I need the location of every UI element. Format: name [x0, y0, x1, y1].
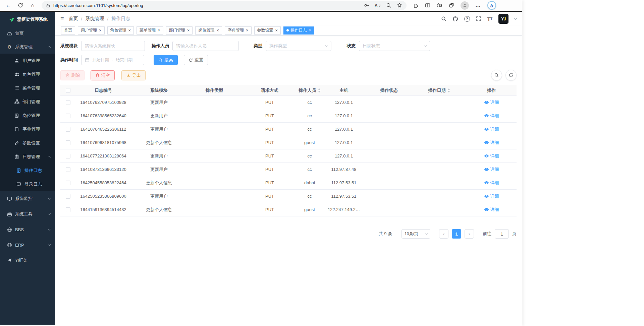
close-icon[interactable]: × [128, 28, 131, 32]
module-input[interactable] [81, 41, 145, 51]
operator-input[interactable] [172, 41, 239, 51]
breadcrumb-system[interactable]: 系统管理 [85, 16, 104, 22]
avatar-caret-icon[interactable] [515, 18, 517, 20]
detail-link[interactable]: 详细 [484, 207, 499, 213]
sidebar-item-monitor[interactable]: 系统监控 [0, 191, 55, 206]
page-size-select[interactable]: 10条/页 [401, 229, 430, 239]
sidebar-item-user[interactable]: 用户管理 [0, 54, 55, 67]
tab[interactable]: 首页 [61, 26, 75, 35]
detail-link[interactable]: 详细 [484, 180, 499, 186]
user-avatar[interactable]: YJ [498, 14, 508, 24]
date-range-picker[interactable]: 开始日期 - 结束日期 [81, 55, 144, 65]
type-select[interactable]: 操作类型 [266, 41, 331, 51]
sidebar-item-post[interactable]: 岗位管理 [0, 109, 55, 122]
clear-button[interactable]: 清空 [91, 70, 115, 80]
close-icon[interactable]: × [216, 28, 219, 32]
search-icon[interactable] [441, 16, 446, 21]
status-select[interactable]: 日志状态 [359, 41, 430, 51]
extensions-icon[interactable] [413, 3, 419, 8]
home-button[interactable]: ⌂ [28, 0, 38, 10]
help-icon[interactable]: ? [464, 16, 470, 22]
fullscreen-icon[interactable] [476, 16, 481, 21]
close-icon[interactable]: × [246, 28, 249, 32]
tab[interactable]: 岗位管理 × [195, 26, 222, 35]
next-page-button[interactable]: › [465, 229, 474, 239]
detail-link[interactable]: 详细 [484, 167, 499, 173]
sidebar-item-bbs[interactable]: BBS [0, 222, 55, 237]
close-icon[interactable]: × [158, 28, 160, 32]
row-checkbox[interactable] [66, 167, 70, 172]
sort-icons[interactable] [318, 88, 321, 92]
refresh-table-icon[interactable] [505, 70, 517, 81]
detail-link[interactable]: 详细 [484, 126, 499, 132]
detail-link[interactable]: 详细 [484, 100, 499, 106]
collections-icon[interactable] [449, 3, 454, 8]
tab[interactable]: 参数设置 × [254, 26, 281, 35]
select-all-checkbox[interactable] [66, 88, 70, 93]
sidebar-item-role[interactable]: 角色管理 [0, 67, 55, 81]
tab[interactable]: 部门管理 × [166, 26, 193, 35]
search-button[interactable]: 搜索 [154, 55, 178, 65]
sidebar-item-dict[interactable]: 字典管理 [0, 122, 55, 136]
breadcrumb-home[interactable]: 首页 [69, 16, 78, 22]
close-icon[interactable]: × [309, 28, 311, 32]
sidebar-item-tools[interactable]: 系统工具 [0, 206, 55, 222]
detail-link[interactable]: 详细 [484, 153, 499, 159]
read-aloud-icon[interactable]: A [375, 3, 381, 8]
tab[interactable]: 角色管理 × [107, 26, 134, 35]
row-checkbox[interactable] [66, 140, 70, 145]
sidebar-item-home[interactable]: 首页 [0, 27, 55, 40]
sidebar-item-param[interactable]: 参数设置 [0, 136, 55, 150]
reload-button[interactable] [15, 0, 25, 10]
close-icon[interactable]: × [275, 28, 278, 32]
close-icon[interactable]: × [187, 28, 190, 32]
font-size-icon[interactable]: TT [487, 16, 492, 22]
url-text[interactable]: https://ccnetcore.com:1101/system/log/op… [53, 3, 364, 8]
sidebar-fold-icon[interactable]: ≡ [60, 15, 64, 22]
detail-link[interactable]: 详细 [484, 193, 499, 199]
breadcrumb: 首页 / 系统管理 / 操作日志 [69, 16, 130, 22]
reset-button[interactable]: 重置 [184, 55, 208, 65]
favorites-icon[interactable] [437, 3, 442, 8]
tab[interactable]: 操作日志 × [283, 26, 314, 35]
sidebar-item-erp[interactable]: ERP [0, 237, 55, 253]
delete-button[interactable]: 删除 [60, 70, 85, 80]
profile-avatar[interactable] [461, 1, 469, 10]
address-bar[interactable]: https://ccnetcore.com:1101/system/log/op… [42, 1, 407, 10]
detail-link[interactable]: 详细 [484, 140, 499, 146]
tab[interactable]: 字典管理 × [225, 26, 252, 35]
back-button[interactable]: ← [3, 0, 13, 10]
sidebar-item-yi[interactable]: Yi框架 [0, 253, 55, 268]
row-checkbox[interactable] [66, 181, 70, 185]
settings-more-icon[interactable]: … [475, 2, 481, 8]
zoom-out-icon[interactable] [386, 3, 391, 8]
row-checkbox[interactable] [66, 114, 70, 118]
goto-page-input[interactable] [495, 229, 509, 239]
bing-copilot-icon[interactable]: b [487, 1, 496, 10]
row-checkbox[interactable] [66, 194, 70, 199]
tab[interactable]: 用户管理 × [78, 26, 105, 35]
row-checkbox[interactable] [66, 207, 70, 212]
prev-page-button[interactable]: ‹ [439, 229, 448, 239]
tab[interactable]: 菜单管理 × [137, 26, 163, 35]
row-checkbox[interactable] [66, 127, 70, 132]
github-icon[interactable] [452, 16, 458, 22]
detail-link[interactable]: 详细 [484, 113, 499, 119]
cell-operator: cc [298, 167, 321, 172]
sidebar-item-dept[interactable]: 部门管理 [0, 95, 55, 109]
row-checkbox[interactable] [66, 154, 70, 158]
favorite-star-icon[interactable] [397, 3, 402, 8]
password-key-icon[interactable] [364, 3, 369, 8]
current-page[interactable]: 1 [452, 229, 461, 239]
sidebar-item-operlog[interactable]: 操作日志 [0, 164, 55, 177]
row-checkbox[interactable] [66, 100, 70, 105]
close-icon[interactable]: × [99, 28, 102, 32]
export-button[interactable]: 导出 [121, 70, 146, 80]
sidebar-item-logmgr[interactable]: 日志管理 [0, 150, 55, 164]
sidebar-item-menu[interactable]: 菜单管理 [0, 81, 55, 95]
sidebar-item-system[interactable]: ⚙ 系统管理 [0, 40, 55, 54]
sidebar-item-loginlog[interactable]: 登录日志 [0, 177, 55, 191]
toggle-search-icon[interactable] [491, 70, 502, 81]
split-screen-icon[interactable] [425, 3, 430, 8]
sort-icons[interactable] [447, 88, 450, 92]
